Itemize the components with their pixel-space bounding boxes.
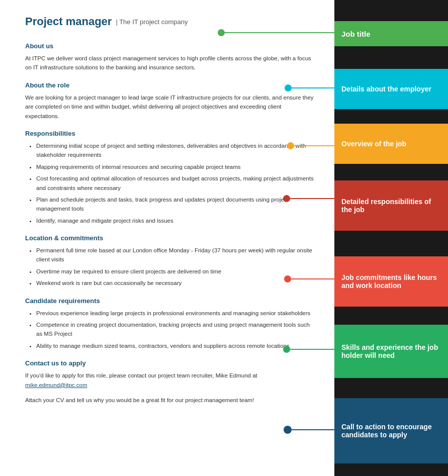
list-item: Overtime may be required to ensure clien…: [36, 267, 314, 276]
about-role-section: About the role We are looking for a proj…: [25, 81, 314, 121]
candidate-section: Candidate requirements Previous experien…: [25, 297, 314, 351]
location-list: Permanent full time role based at our Lo…: [25, 246, 314, 288]
about-role-body: We are looking for a project manager to …: [25, 93, 314, 121]
list-item: Weekend work is rare but can occasionall…: [36, 278, 314, 288]
list-item: Cost forecasting and optimal allocation …: [36, 174, 314, 193]
contact-body2: Attach your CV and tell us why you would…: [25, 396, 314, 405]
about-us-heading: About us: [25, 42, 314, 50]
list-item: Previous experience leading large projec…: [36, 309, 314, 318]
contact-body1: If you'd like to apply for this role, pl…: [25, 371, 314, 390]
list-item: Competence in creating project documenta…: [36, 320, 314, 339]
employer-label: Details about the employer: [334, 69, 448, 109]
candidate-heading: Candidate requirements: [25, 297, 314, 305]
about-us-body: At ITPC we deliver word class project ma…: [25, 54, 314, 72]
responsibilities-label: Detailed responsibilities of the job: [334, 180, 448, 231]
responsibilities-heading: Responsibilities: [25, 130, 314, 137]
left-panel: Project manager | The IT project company…: [0, 0, 334, 476]
right-panel: Job title Details about the employer Ove…: [334, 0, 448, 476]
commitments-label: Job commitments like hours and work loca…: [334, 256, 448, 307]
about-us-section: About us At ITPC we deliver word class p…: [25, 42, 314, 72]
list-item: Determining initial scope of project and…: [36, 141, 314, 160]
contact-section: Contact us to apply If you'd like to app…: [25, 359, 314, 405]
location-section: Location & commitments Permanent full ti…: [25, 234, 314, 288]
job-title-label: Job title: [334, 21, 448, 46]
list-item: Permanent full time role based at our Lo…: [36, 246, 314, 264]
location-heading: Location & commitments: [25, 234, 314, 242]
skills-label: Skills and experience the job holder wil…: [334, 325, 448, 378]
list-item: Ability to manage medium sized teams, co…: [36, 341, 314, 350]
overview-label: Overview of the job: [334, 124, 448, 164]
contact-heading: Contact us to apply: [25, 359, 314, 367]
list-item: Mapping requirements of internal resourc…: [36, 162, 314, 171]
candidate-list: Previous experience leading large projec…: [25, 309, 314, 351]
cta-label: Call to action to encourage candidates t…: [334, 398, 448, 463]
responsibilities-list: Determining initial scope of project and…: [25, 141, 314, 225]
list-item: Plan and schedule projects and tasks, tr…: [36, 195, 314, 214]
job-title: Project manager: [25, 15, 112, 28]
company-name: | The IT project company: [116, 18, 188, 26]
contact-email[interactable]: mike.edmund@itpc.com: [25, 382, 87, 388]
responsibilities-section: Responsibilities Determining initial sco…: [25, 130, 314, 225]
job-title-section: Project manager | The IT project company: [25, 15, 314, 28]
about-role-heading: About the role: [25, 81, 314, 89]
list-item: Identify, manage and mitigate project ri…: [36, 216, 314, 225]
